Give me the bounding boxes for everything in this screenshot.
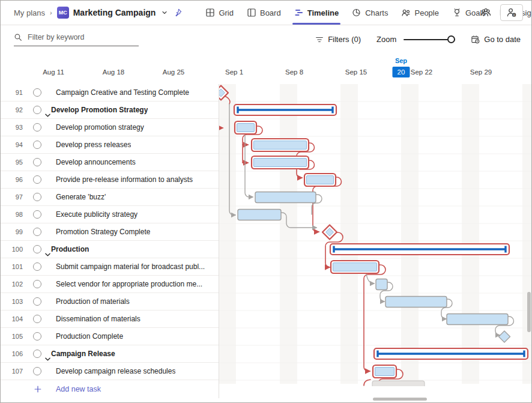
zoom-slider-knob[interactable] <box>447 35 455 43</box>
task-complete-circle[interactable] <box>33 367 41 375</box>
gantt-bar-93[interactable] <box>235 121 256 134</box>
date-tick: Sep 1 <box>225 68 243 76</box>
tab-timeline[interactable]: Timeline <box>288 1 346 25</box>
gantt-bar-101[interactable] <box>331 261 379 273</box>
task-row-96[interactable]: 96Provide pre-release information to ana… <box>1 171 219 189</box>
go-to-date-label: Go to date <box>484 35 521 44</box>
plan-title[interactable]: Marketing Campaign <box>73 8 156 17</box>
task-row-100[interactable]: 100Production <box>1 241 219 258</box>
gantt-bar-107[interactable] <box>373 365 396 378</box>
task-complete-circle[interactable] <box>33 123 41 132</box>
task-row-104[interactable]: 104Dissemination of materials <box>1 311 219 328</box>
task-row-number: 91 <box>1 89 23 96</box>
task-row-103[interactable]: 103Production of materials <box>1 293 219 311</box>
collapse-chevron-icon[interactable] <box>45 248 50 259</box>
gantt-bar-92[interactable] <box>234 105 336 115</box>
gantt-bar-95[interactable] <box>252 156 309 169</box>
timeline-date-header: Sep 20 Aug 11Aug 18Aug 25Sep 1Sep 8Sep 1… <box>1 53 531 84</box>
task-row-92[interactable]: 92Develop Promotion Strategy <box>1 102 219 119</box>
task-row-91[interactable]: 91Campaign Creative and Testing Complete <box>1 84 219 102</box>
task-complete-circle[interactable] <box>33 175 41 184</box>
task-row-106[interactable]: 106Campaign Release <box>1 345 219 363</box>
collapse-chevron-icon[interactable] <box>45 109 50 120</box>
pin-icon[interactable] <box>174 8 182 17</box>
gantt-bar-100[interactable] <box>330 244 509 255</box>
task-row-number: 97 <box>1 193 23 201</box>
task-complete-circle[interactable] <box>33 245 41 253</box>
task-complete-circle[interactable] <box>33 228 41 236</box>
task-name: Production Complete <box>56 332 123 341</box>
search-box <box>14 32 139 46</box>
horizontal-scrollbar[interactable] <box>373 398 427 401</box>
task-row-number: 98 <box>1 211 23 218</box>
weekend-band <box>462 84 479 384</box>
zoom-slider[interactable] <box>404 35 455 44</box>
add-new-task-button[interactable]: Add new task <box>1 380 219 398</box>
weekend-band <box>340 84 358 384</box>
date-tick: Aug 11 <box>43 68 64 76</box>
task-row-95[interactable]: 95Develop announcements <box>1 154 219 171</box>
today-date-badge[interactable]: 20 <box>393 67 410 77</box>
filters-button[interactable]: Filters (0) <box>315 35 361 44</box>
tab-label: People <box>414 8 438 17</box>
person-add-button[interactable]: 0 <box>500 4 523 21</box>
task-name: Submit campaign material for broadcast p… <box>56 262 205 271</box>
task-complete-circle[interactable] <box>33 297 41 306</box>
task-complete-circle[interactable] <box>33 106 41 114</box>
task-row-105[interactable]: 105Production Complete <box>1 328 219 345</box>
task-complete-circle[interactable] <box>33 350 41 358</box>
task-complete-circle[interactable] <box>33 315 41 323</box>
task-complete-circle[interactable] <box>33 193 41 201</box>
tab-charts[interactable]: Charts <box>345 1 394 25</box>
task-complete-circle[interactable] <box>33 210 41 219</box>
collapse-chevron-icon[interactable] <box>45 353 50 363</box>
tab-grid[interactable]: Grid <box>199 1 240 25</box>
task-name: Campaign Release <box>51 350 115 358</box>
gantt-bar-98[interactable] <box>238 210 281 220</box>
tab-board[interactable]: Board <box>240 1 288 25</box>
weekend-band <box>522 84 532 384</box>
task-row-93[interactable]: 93Develop promotion strategy <box>1 119 219 136</box>
task-row-97[interactable]: 97Generate 'buzz' <box>1 189 219 206</box>
task-row-number: 95 <box>1 159 23 166</box>
filter-keyword-input[interactable] <box>26 32 131 42</box>
date-tick: Aug 18 <box>103 68 124 76</box>
task-complete-circle[interactable] <box>33 280 41 288</box>
gantt-bar-97[interactable] <box>255 192 316 203</box>
task-row-101[interactable]: 101Submit campaign material for broadcas… <box>1 258 219 276</box>
gantt-bar-103[interactable] <box>385 297 447 308</box>
filters-label: Filters (0) <box>328 35 361 44</box>
date-tick: Sep 15 <box>345 68 367 76</box>
weekend-band <box>219 84 236 384</box>
task-name: Production <box>51 245 89 253</box>
gantt-bar-105[interactable] <box>499 331 510 342</box>
task-complete-circle[interactable] <box>33 88 41 97</box>
gantt-bar-99[interactable] <box>322 225 337 240</box>
team-icon[interactable] <box>480 7 492 19</box>
breadcrumb-my-plans[interactable]: My plans <box>14 8 45 17</box>
task-complete-circle[interactable] <box>33 141 41 149</box>
gantt-bar-104[interactable] <box>447 314 508 325</box>
gantt-bar-94[interactable] <box>252 139 309 151</box>
task-row-94[interactable]: 94Develop press releases <box>1 136 219 154</box>
task-name: Develop campaign release schedules <box>56 367 175 375</box>
go-to-date-button[interactable]: Go to date <box>471 35 521 44</box>
task-name: Develop promotion strategy <box>56 123 144 132</box>
tab-people[interactable]: People <box>394 1 445 25</box>
vertical-scrollbar[interactable] <box>527 292 531 332</box>
task-complete-circle[interactable] <box>33 332 41 341</box>
task-row-99[interactable]: 99Promotion Strategy Complete <box>1 223 219 241</box>
task-complete-circle[interactable] <box>33 262 41 271</box>
task-row-102[interactable]: 102Select vendor for appropriate product… <box>1 276 219 293</box>
task-row-107[interactable]: 107Develop campaign release schedules <box>1 363 219 380</box>
gantt-bar-106[interactable] <box>374 348 528 359</box>
gantt-bar-102[interactable] <box>376 279 387 290</box>
task-name: Production of materials <box>56 297 130 306</box>
gantt-bar-96[interactable] <box>304 174 336 186</box>
task-row-98[interactable]: 98Execute publicity strategy <box>1 206 219 223</box>
zoom-control: Zoom <box>376 35 455 44</box>
task-name: Execute publicity strategy <box>56 210 138 219</box>
chevron-down-icon[interactable] <box>161 9 168 16</box>
task-name: Develop press releases <box>56 141 131 149</box>
task-complete-circle[interactable] <box>33 158 41 166</box>
